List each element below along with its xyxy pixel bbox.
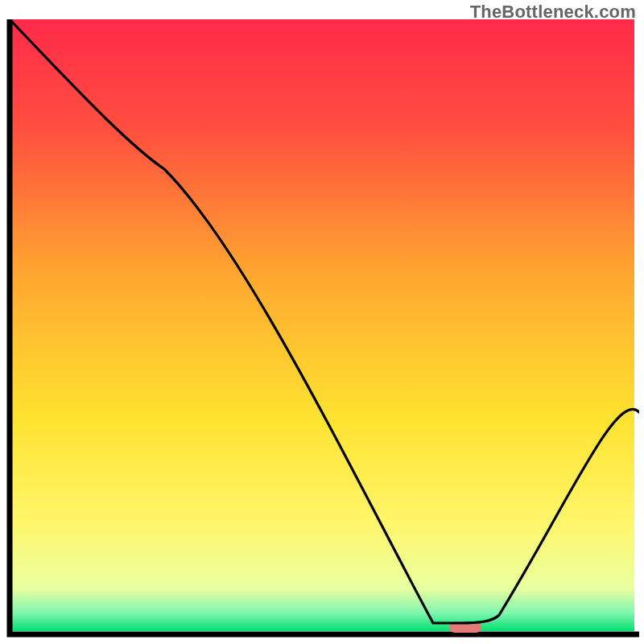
- chart-svg: [5, 19, 639, 639]
- bottleneck-chart: [5, 19, 639, 639]
- chart-stage: TheBottleneck.com: [0, 0, 644, 644]
- gradient-background: [10, 19, 634, 631]
